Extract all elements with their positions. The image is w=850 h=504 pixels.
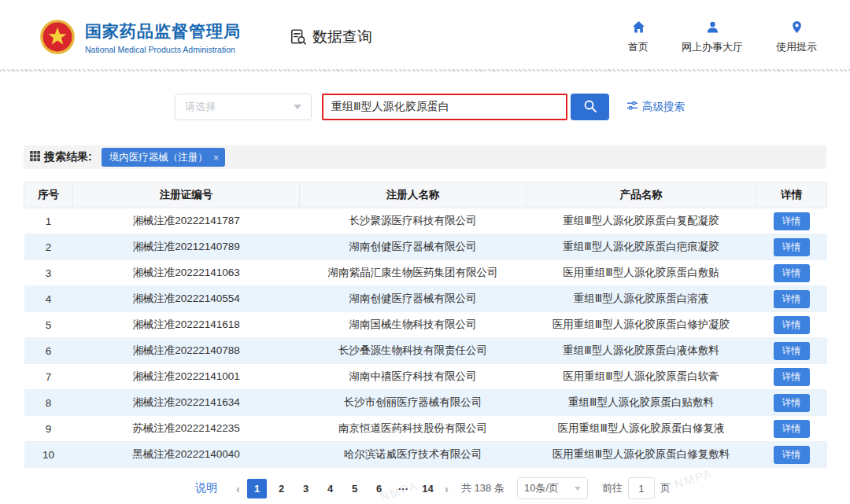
results-label: 搜索结果:	[44, 150, 92, 164]
cell-detail: 详情	[756, 390, 827, 416]
brand-text: 国家药品监督管理局 National Medical Products Admi…	[85, 20, 241, 54]
header-serial: 序号	[24, 182, 73, 208]
cell-product-name: 重组Ⅲ型人源化胶原蛋白贴敷料	[527, 390, 756, 416]
cell-registrant: 哈尔滨诺威医疗技术有限公司	[300, 442, 527, 468]
grid-icon	[30, 150, 40, 164]
top-nav: 首页 网上办事大厅 使用提示	[628, 20, 817, 54]
cell-serial: 7	[24, 364, 73, 390]
advanced-search-link[interactable]: 高级搜索	[626, 100, 685, 114]
page-title: 数据查询	[290, 27, 372, 47]
page-ellipsis[interactable]: ···	[394, 479, 413, 498]
detail-button[interactable]: 详情	[774, 420, 810, 438]
data-query-icon	[290, 28, 307, 46]
cell-product-name: 医用重组Ⅲ型人源化胶原蛋白修复液	[527, 416, 756, 442]
cell-product-name: 重组Ⅲ型人源化胶原蛋白复配凝胶	[527, 208, 756, 234]
nav-online-service-hall[interactable]: 网上办事大厅	[682, 20, 743, 54]
brand: 国家药品监督管理局 National Medical Products Admi…	[39, 19, 241, 55]
detail-button[interactable]: 详情	[774, 394, 810, 412]
goto-suffix: 页	[660, 481, 671, 495]
cell-registrant: 湖南国械生物科技有限公司	[300, 312, 527, 338]
detail-button[interactable]: 详情	[774, 212, 810, 230]
pagination: 说明 ‹ 1 2 3 4 5 6 ··· 14 › 共 138 条 10条/页 …	[195, 477, 850, 499]
detail-button[interactable]: 详情	[774, 264, 810, 282]
cell-product-name: 重组Ⅲ型人源化胶原蛋白疤痕凝胶	[527, 234, 756, 260]
table-row: 5 湘械注准20222141618 湖南国械生物科技有限公司 医用重组Ⅲ型人源化…	[24, 312, 827, 338]
home-icon	[632, 20, 645, 36]
table-row: 9 苏械注准20222142235 南京恒道医药科技股份有限公司 医用重组Ⅲ型人…	[24, 416, 827, 442]
detail-button[interactable]: 详情	[774, 368, 810, 386]
cell-serial: 2	[24, 234, 73, 260]
header-registrant: 注册人名称	[300, 182, 527, 208]
page-title-label: 数据查询	[312, 27, 372, 47]
results-bar: 搜索结果: 境内医疗器械（注册） ×	[24, 145, 826, 169]
table-row: 1 湘械注准20222141787 长沙聚源医疗科技有限公司 重组Ⅲ型人源化胶原…	[24, 208, 827, 234]
detail-button[interactable]: 详情	[774, 316, 810, 334]
cell-detail: 详情	[756, 442, 827, 468]
page-button-4[interactable]: 4	[320, 479, 340, 498]
search-button[interactable]	[571, 94, 609, 120]
cell-detail: 详情	[756, 286, 827, 312]
goto-page-input[interactable]	[628, 477, 655, 499]
table-row: 3 湘械注准20222141063 湖南紫晶汇康生物医药集团有限公司 医用重组Ⅲ…	[24, 260, 827, 286]
table-row: 2 湘械注准20212140789 湖南创健医疗器械有限公司 重组Ⅲ型人源化胶原…	[24, 234, 827, 260]
cell-registrant: 湖南紫晶汇康生物医药集团有限公司	[300, 260, 527, 286]
detail-button[interactable]: 详情	[774, 446, 810, 464]
category-select[interactable]: 请选择	[175, 94, 312, 120]
cell-detail: 详情	[756, 208, 827, 234]
advanced-search-label: 高级搜索	[642, 100, 685, 114]
detail-button[interactable]: 详情	[774, 342, 810, 360]
nav-home-label: 首页	[628, 40, 649, 54]
nav-online-service-hall-label: 网上办事大厅	[682, 40, 743, 54]
table-row: 4 湘械注准20222140554 湖南创健医疗器械有限公司 重组Ⅲ型人源化胶原…	[24, 286, 827, 312]
page-button-5[interactable]: 5	[345, 479, 364, 498]
cell-registrant: 湖南创健医疗器械有限公司	[300, 234, 527, 260]
table-row: 8 湘械注准20222141634 长沙市创丽医疗器械有限公司 重组Ⅲ型人源化胶…	[24, 390, 827, 416]
prev-page-button[interactable]: ‹	[231, 482, 245, 495]
nmpa-logo	[39, 19, 76, 55]
cell-detail: 详情	[756, 338, 827, 364]
search-input[interactable]	[322, 94, 567, 120]
table-header-row: 序号 注册证编号 注册人名称 产品名称 详情	[24, 182, 827, 208]
note-link[interactable]: 说明	[195, 481, 217, 495]
filter-tag[interactable]: 境内医疗器械（注册） ×	[102, 148, 226, 167]
chevron-down-icon	[575, 487, 581, 491]
cell-serial: 10	[24, 442, 73, 468]
header-divider	[0, 69, 850, 72]
detail-button[interactable]: 详情	[774, 238, 810, 256]
cell-detail: 详情	[756, 364, 827, 390]
cell-serial: 4	[24, 286, 73, 312]
cell-cert-number: 黑械注准20222140040	[73, 442, 300, 468]
close-icon[interactable]: ×	[213, 152, 220, 164]
category-select-placeholder: 请选择	[185, 100, 216, 114]
cell-cert-number: 湘械注准20222141001	[73, 364, 300, 390]
next-page-button[interactable]: ›	[440, 482, 453, 495]
cell-serial: 9	[24, 416, 73, 442]
cell-registrant: 长沙叠源生物科技有限责任公司	[300, 338, 527, 364]
detail-button[interactable]: 详情	[774, 290, 810, 308]
cell-cert-number: 湘械注准20222140554	[73, 286, 300, 312]
cell-cert-number: 苏械注准20222142235	[73, 416, 300, 442]
cell-registrant: 湖南创健医疗器械有限公司	[300, 286, 527, 312]
cell-serial: 1	[24, 208, 73, 234]
page-button-3[interactable]: 3	[296, 479, 316, 498]
search-bar: 请选择 高级搜索	[175, 94, 850, 120]
page-button-1[interactable]: 1	[247, 479, 267, 498]
nav-usage-tips[interactable]: 使用提示	[776, 20, 817, 54]
cell-product-name: 医用重组Ⅲ型人源化胶原蛋白修复敷料	[527, 442, 756, 468]
cell-registrant: 长沙市创丽医疗器械有限公司	[300, 390, 527, 416]
cell-product-name: 医用重组Ⅲ型人源化胶原蛋白修护凝胶	[527, 312, 756, 338]
cell-serial: 3	[24, 260, 73, 286]
page-button-6[interactable]: 6	[369, 479, 389, 498]
cell-registrant: 长沙聚源医疗科技有限公司	[300, 208, 527, 234]
header-product-name: 产品名称	[527, 182, 756, 208]
location-pin-icon	[790, 20, 804, 36]
cell-product-name: 重组Ⅲ型人源化胶原蛋白溶液	[527, 286, 756, 312]
table-row: 6 湘械注准20222140788 长沙叠源生物科技有限责任公司 重组Ⅲ型人源化…	[24, 338, 827, 364]
page-size-select[interactable]: 10条/页	[517, 477, 588, 499]
page-button-2[interactable]: 2	[272, 479, 291, 498]
filter-sliders-icon	[626, 100, 638, 114]
cell-detail: 详情	[756, 312, 827, 338]
total-count: 共 138 条	[461, 481, 504, 495]
page-button-14[interactable]: 14	[418, 479, 438, 498]
nav-home[interactable]: 首页	[628, 20, 649, 54]
